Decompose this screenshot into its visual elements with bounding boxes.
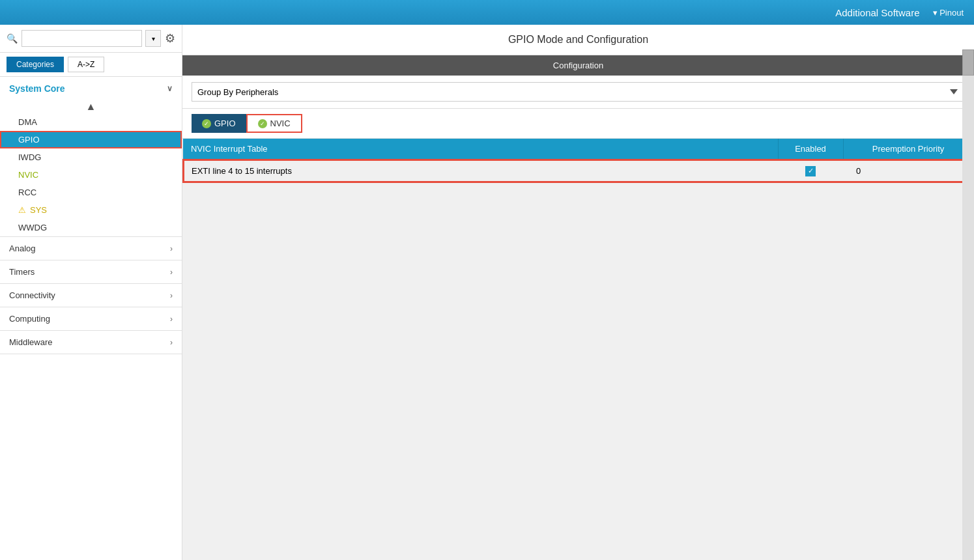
col-header-priority: Preemption Priority bbox=[843, 139, 973, 160]
sidebar-item-dma[interactable]: DMA bbox=[0, 113, 182, 131]
system-core-chevron: ∨ bbox=[167, 84, 173, 93]
nvic-label: NVIC bbox=[18, 170, 38, 180]
sidebar-item-sys[interactable]: ⚠ SYS bbox=[0, 201, 182, 219]
scrollbar-thumb[interactable] bbox=[962, 49, 974, 76]
timers-chevron: › bbox=[170, 268, 173, 277]
analog-chevron: › bbox=[170, 244, 173, 253]
gpio-dot: ✓ bbox=[202, 119, 211, 128]
gear-glyph: ⚙ bbox=[165, 31, 175, 46]
connectivity-label: Connectivity bbox=[9, 290, 55, 300]
page-title: GPIO Mode and Configuration bbox=[182, 25, 974, 55]
rcc-label: RCC bbox=[18, 188, 36, 197]
timers-label: Timers bbox=[9, 267, 35, 277]
system-core-label: System Core bbox=[9, 83, 65, 94]
timers-section: Timers › bbox=[0, 260, 182, 284]
row-priority: 0 bbox=[843, 160, 973, 182]
timers-header[interactable]: Timers › bbox=[0, 260, 182, 283]
nvic-tab-label: NVIC bbox=[270, 119, 291, 128]
sidebar-item-iwdg[interactable]: IWDG bbox=[0, 148, 182, 166]
search-input[interactable] bbox=[21, 30, 142, 47]
row-name: EXTI line 4 to 15 interrupts bbox=[183, 160, 778, 182]
row-enabled[interactable]: ✓ bbox=[778, 160, 843, 182]
content-inner: GPIO Mode and Configuration Configuratio… bbox=[182, 25, 974, 560]
tab-gpio[interactable]: ✓ GPIO bbox=[192, 114, 246, 133]
dma-label: DMA bbox=[18, 117, 37, 127]
config-header: Configuration bbox=[182, 55, 974, 76]
middleware-header[interactable]: Middleware › bbox=[0, 331, 182, 354]
sidebar-item-gpio[interactable]: GPIO bbox=[0, 131, 182, 148]
sidebar-item-rcc[interactable]: RCC bbox=[0, 184, 182, 201]
table-head: NVIC Interrupt Table Enabled Preemption … bbox=[183, 139, 973, 160]
sidebar-item-nvic[interactable]: NVIC bbox=[0, 166, 182, 184]
computing-header[interactable]: Computing › bbox=[0, 307, 182, 330]
group-by-select[interactable]: Group By Peripherals Group By Signals bbox=[192, 82, 965, 102]
system-core-section: System Core ∨ ▲ DMA GPIO IWDG NVIC bbox=[0, 77, 182, 237]
table-body: EXTI line 4 to 15 interrupts ✓ 0 bbox=[183, 160, 973, 182]
computing-chevron: › bbox=[170, 315, 173, 324]
col-header-enabled: Enabled bbox=[778, 139, 843, 160]
scrollbar-track[interactable] bbox=[962, 49, 974, 560]
sidebar-item-wwdg[interactable]: WWDG bbox=[0, 219, 182, 236]
wwdg-label: WWDG bbox=[18, 223, 47, 232]
tab-categories[interactable]: Categories bbox=[7, 57, 64, 72]
content-wrapper: GPIO Mode and Configuration Configuratio… bbox=[182, 25, 974, 560]
tab-az[interactable]: A->Z bbox=[68, 57, 104, 72]
sys-label: SYS bbox=[30, 205, 47, 215]
tab-nvic[interactable]: ✓ NVIC bbox=[246, 114, 302, 133]
col-header-name: NVIC Interrupt Table bbox=[183, 139, 778, 160]
nvic-table: NVIC Interrupt Table Enabled Preemption … bbox=[182, 139, 974, 183]
middleware-label: Middleware bbox=[9, 337, 52, 347]
connectivity-chevron: › bbox=[170, 291, 173, 300]
gpio-tab-label: GPIO bbox=[214, 119, 236, 128]
table-area: NVIC Interrupt Table Enabled Preemption … bbox=[182, 139, 974, 560]
sort-up-icon[interactable]: ▲ bbox=[86, 102, 96, 112]
group-by-row: Group By Peripherals Group By Signals bbox=[182, 76, 974, 109]
system-core-items: DMA GPIO IWDG NVIC RCC ⚠ SYS bbox=[0, 113, 182, 236]
sort-arrows: ▲ bbox=[0, 100, 182, 113]
computing-label: Computing bbox=[9, 314, 50, 324]
system-core-header[interactable]: System Core ∨ bbox=[0, 77, 182, 100]
sys-warning-icon: ⚠ bbox=[18, 205, 26, 215]
enabled-checkbox[interactable]: ✓ bbox=[805, 166, 816, 176]
search-dropdown-arrow[interactable]: ▾ bbox=[145, 30, 161, 47]
gear-icon[interactable]: ⚙ bbox=[165, 31, 175, 46]
middleware-chevron: › bbox=[170, 338, 173, 347]
pinout-button[interactable]: ▾ Pinout bbox=[933, 8, 964, 18]
search-area: 🔍 ▾ ⚙ bbox=[0, 25, 182, 53]
connectivity-header[interactable]: Connectivity › bbox=[0, 284, 182, 307]
search-icon: 🔍 bbox=[7, 33, 18, 44]
sidebar: 🔍 ▾ ⚙ Categories A->Z System Core ∨ ▲ bbox=[0, 25, 182, 560]
connectivity-section: Connectivity › bbox=[0, 284, 182, 307]
iwdg-label: IWDG bbox=[18, 152, 41, 162]
search-icon-glyph: 🔍 bbox=[7, 33, 18, 44]
table-header-row: NVIC Interrupt Table Enabled Preemption … bbox=[183, 139, 973, 160]
top-bar: Additional Software ▾ Pinout bbox=[0, 0, 974, 25]
filter-tabs: Categories A->Z bbox=[0, 53, 182, 77]
middleware-section: Middleware › bbox=[0, 331, 182, 354]
tabs-row: ✓ GPIO ✓ NVIC bbox=[182, 109, 974, 139]
nvic-dot: ✓ bbox=[258, 119, 267, 128]
gpio-label: GPIO bbox=[18, 135, 40, 145]
dropdown-arrow-icon: ▾ bbox=[152, 35, 155, 42]
main-layout: 🔍 ▾ ⚙ Categories A->Z System Core ∨ ▲ bbox=[0, 25, 974, 560]
additional-software-label: Additional Software bbox=[835, 7, 919, 18]
analog-label: Analog bbox=[9, 244, 35, 253]
table-row: EXTI line 4 to 15 interrupts ✓ 0 bbox=[183, 160, 973, 182]
analog-section: Analog › bbox=[0, 237, 182, 260]
computing-section: Computing › bbox=[0, 307, 182, 331]
analog-header[interactable]: Analog › bbox=[0, 237, 182, 260]
